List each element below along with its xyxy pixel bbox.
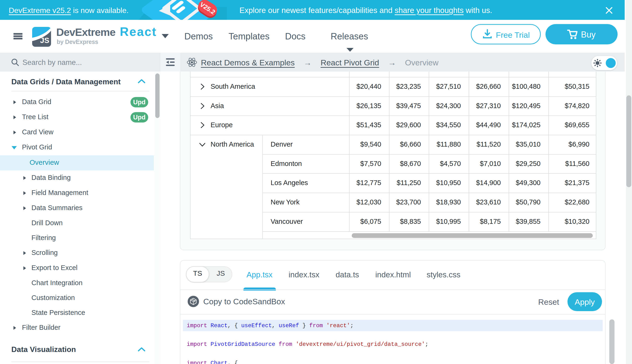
svg-text:JS: JS [40,36,49,44]
